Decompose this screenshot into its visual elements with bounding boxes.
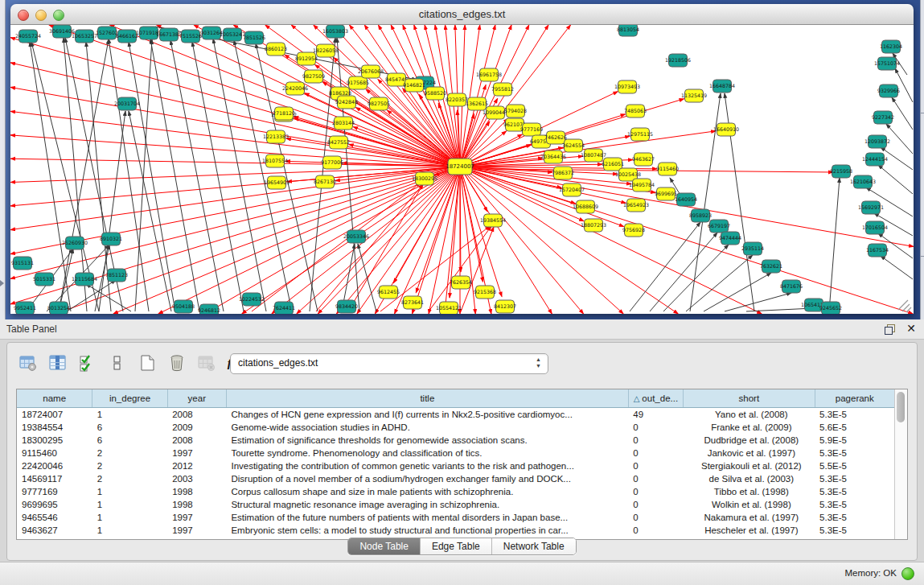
table-row[interactable]: 2242004622012Investigating the contribut… xyxy=(17,459,894,472)
graph-node-yellow[interactable]: 8267130 xyxy=(314,175,336,188)
table-cell[interactable]: 1998 xyxy=(167,498,226,511)
graph-node-yellow[interactable]: 9827509 xyxy=(302,70,325,83)
graph-node-yellow[interactable]: 18107554 xyxy=(262,154,288,167)
graph-node-teal[interactable]: 9329966 xyxy=(877,84,900,97)
table-cell[interactable]: 5.3E-5 xyxy=(815,485,894,498)
graph-node-teal[interactable]: 10053247 xyxy=(220,28,245,41)
graph-node-yellow[interactable]: 8220357 xyxy=(446,93,468,106)
graph-node-yellow[interactable]: 15720407 xyxy=(559,183,585,196)
table-row[interactable]: 911546021997Tourette syndrome. Phenomeno… xyxy=(17,447,894,459)
graph-node-teal[interactable]: 8013254 xyxy=(47,302,70,314)
table-cell[interactable]: 0 xyxy=(628,485,683,498)
table-cell[interactable]: Disruption of a novel member of a sodium… xyxy=(226,472,628,485)
graph-node-yellow[interactable]: 19654903 xyxy=(264,176,290,189)
graph-node-yellow[interactable]: 7626354 xyxy=(450,276,472,289)
graph-node-teal[interactable]: 6679197 xyxy=(708,220,730,233)
graph-node-yellow[interactable]: 9588520 xyxy=(424,87,446,100)
graph-node-yellow[interactable]: 10807487 xyxy=(581,149,606,162)
table-cell[interactable]: Estimation of significance thresholds fo… xyxy=(226,434,628,447)
table-cell[interactable]: 1 xyxy=(92,511,167,524)
graph-node-teal[interactable]: 6466162 xyxy=(116,30,138,43)
graph-node-yellow[interactable]: 8412307 xyxy=(494,300,516,313)
table-row[interactable]: 1830029562008Estimation of significance … xyxy=(17,434,894,447)
table-cell[interactable]: 0 xyxy=(628,498,683,511)
table-settings-icon[interactable] xyxy=(17,352,39,374)
table-cell[interactable]: 0 xyxy=(628,524,683,537)
table-row[interactable]: 969969511998Structural magnetic resonanc… xyxy=(17,498,894,511)
table-cell[interactable]: Nakamura et al. (1997) xyxy=(684,511,815,524)
table-cell[interactable]: 18724007 xyxy=(17,408,92,422)
graph-node-yellow[interactable]: 9115460 xyxy=(656,163,679,175)
graph-node-teal[interactable]: 9315131 xyxy=(11,257,34,270)
column-header-in_degree[interactable]: in_degree xyxy=(92,389,167,408)
table-cell[interactable]: 6 xyxy=(92,434,167,447)
graph-node-teal[interactable]: 2935114 xyxy=(741,242,764,255)
graph-node-yellow[interactable]: 18724007 xyxy=(446,159,474,175)
table-cell[interactable]: 1 xyxy=(92,485,167,498)
table-cell[interactable]: 22420046 xyxy=(17,459,92,472)
table-cell[interactable]: 19384554 xyxy=(17,421,92,434)
graph-node-teal[interactable]: 5015331 xyxy=(33,273,55,286)
table-cell[interactable]: Changes of HCN gene expression and I(f) … xyxy=(226,408,628,422)
graph-node-yellow[interactable]: 18807293 xyxy=(581,219,606,232)
graph-node-yellow[interactable]: 7955812 xyxy=(491,83,514,96)
graph-node-teal[interactable]: 10224532 xyxy=(239,293,265,306)
column-header-out_de[interactable]: △out_de... xyxy=(628,389,683,408)
table-cell[interactable]: Franke et al. (2009) xyxy=(684,421,815,434)
table-cell[interactable]: 0 xyxy=(628,447,683,459)
table-cell[interactable]: 9463627 xyxy=(17,524,92,537)
table-cell[interactable]: de Silva et al. (2003) xyxy=(684,472,815,485)
table-scrollbar[interactable] xyxy=(894,389,907,539)
graph-node-teal[interactable]: 8958923 xyxy=(689,209,712,222)
new-table-icon[interactable] xyxy=(136,352,158,374)
table-cell[interactable]: Investigating the contribution of common… xyxy=(226,459,628,472)
float-panel-icon[interactable] xyxy=(885,324,895,335)
table-cell[interactable]: 14569117 xyxy=(17,472,92,485)
tab-edge-table[interactable]: Edge Table xyxy=(421,538,492,554)
graph-node-yellow[interactable]: 1362615 xyxy=(466,97,488,110)
memory-indicator-icon[interactable] xyxy=(901,567,914,580)
table-cell[interactable]: 2 xyxy=(92,447,167,459)
graph-node-yellow[interactable]: 20676068 xyxy=(358,65,384,78)
table-cell[interactable]: 6 xyxy=(92,421,167,434)
table-cell[interactable]: 5.9E-5 xyxy=(815,434,894,447)
graph-node-yellow[interactable]: 19384554 xyxy=(480,214,506,227)
graph-node-yellow[interactable]: 8427552 xyxy=(327,136,350,149)
column-header-title[interactable]: title xyxy=(226,389,628,408)
table-cell[interactable]: 5.6E-5 xyxy=(815,421,894,434)
close-panel-icon[interactable]: ✕ xyxy=(906,322,916,335)
graph-node-yellow[interactable]: 7485063 xyxy=(624,105,647,117)
delete-columns-icon[interactable] xyxy=(166,352,188,374)
table-cell[interactable]: 5.3E-5 xyxy=(815,511,894,524)
graph-node-teal[interactable]: 7632621 xyxy=(760,260,782,273)
graph-node-yellow[interactable]: 2718120 xyxy=(273,107,295,120)
graph-node-yellow[interactable]: 9215368 xyxy=(474,286,496,299)
select-columns-icon[interactable] xyxy=(47,352,69,374)
graph-node-teal[interactable]: 9834420 xyxy=(335,300,358,313)
table-cell[interactable]: 5.3E-5 xyxy=(815,472,894,485)
table-row[interactable]: 946554611997Estimation of the future num… xyxy=(17,511,894,524)
table-cell[interactable]: 5.3E-5 xyxy=(815,524,894,537)
graph-node-teal[interactable]: 9474444 xyxy=(719,232,741,245)
table-cell[interactable]: 9699695 xyxy=(17,498,92,511)
table-cell[interactable]: 1998 xyxy=(167,485,226,498)
graph-node-yellow[interactable]: 9699695 xyxy=(655,187,677,200)
graph-node-yellow[interactable]: 3624554 xyxy=(562,139,585,152)
scrollbar-thumb[interactable] xyxy=(897,392,905,422)
table-cell[interactable]: 5.3E-5 xyxy=(815,408,894,422)
table-cell[interactable]: Embryonic stem cells: a model to study s… xyxy=(226,524,628,537)
table-cell[interactable]: 2012 xyxy=(167,459,226,472)
graph-node-yellow[interactable]: 8273641 xyxy=(401,296,424,309)
table-cell[interactable]: 5.3E-5 xyxy=(815,447,894,459)
graph-node-yellow[interactable]: 12975115 xyxy=(627,128,653,141)
graph-node-yellow[interactable]: 16640910 xyxy=(713,123,739,136)
graph-node-yellow[interactable]: 7986372 xyxy=(552,167,574,179)
graph-node-teal[interactable]: 16053803 xyxy=(322,25,348,38)
column-header-short[interactable]: short xyxy=(684,389,815,408)
table-selector-dropdown[interactable]: citations_edges.txt ▲▼ xyxy=(230,353,548,374)
graph-node-yellow[interactable]: 18300295 xyxy=(412,172,437,185)
graph-node-yellow[interactable]: 8860123 xyxy=(265,43,287,56)
graph-node-yellow[interactable]: 8912954 xyxy=(295,52,318,65)
graph-node-teal[interactable]: 7851123 xyxy=(105,269,128,282)
graph-node-teal[interactable]: 25260930 xyxy=(62,237,88,249)
